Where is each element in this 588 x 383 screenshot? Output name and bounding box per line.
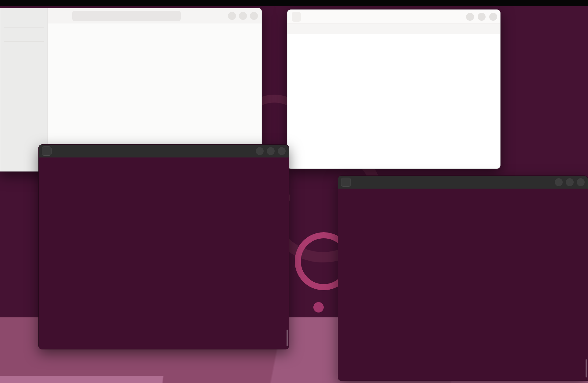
- files-sidebar-header: [0, 8, 48, 23]
- minimize-button[interactable]: [466, 13, 474, 21]
- terminal-headerbar: [338, 176, 588, 189]
- maximize-button[interactable]: [239, 12, 247, 20]
- editor-tab-bar: [287, 24, 500, 34]
- terminal-output: [338, 189, 588, 381]
- hamburger-menu-icon[interactable]: [544, 178, 552, 186]
- editor-window: [287, 9, 501, 169]
- maximize-button[interactable]: [478, 13, 486, 21]
- plus-icon: [5, 46, 9, 51]
- sidebar-item-ubuntu-volume[interactable]: [0, 29, 48, 40]
- desktop: [0, 0, 588, 383]
- wallpaper-dot: [313, 302, 324, 313]
- sidebar-item-other-locations[interactable]: [0, 43, 48, 55]
- list-view-icon[interactable]: [198, 12, 206, 20]
- hamburger-menu-icon[interactable]: [245, 147, 253, 155]
- maximize-button[interactable]: [267, 147, 275, 155]
- location-icon: [76, 13, 81, 18]
- close-button[interactable]: [577, 178, 585, 186]
- new-tab-icon[interactable]: [305, 13, 312, 21]
- editor-headerbar: [287, 10, 500, 24]
- open-button[interactable]: [292, 12, 301, 22]
- minimize-button[interactable]: [228, 12, 236, 20]
- search-icon[interactable]: [3, 12, 11, 20]
- minimize-button[interactable]: [555, 178, 563, 186]
- sidebar-list: [0, 23, 48, 26]
- terminal-headerbar: [39, 145, 289, 157]
- sidebar-separator: [4, 42, 44, 42]
- sidebar-separator: [4, 27, 44, 27]
- forward-button[interactable]: [61, 12, 69, 20]
- top-bar: [0, 0, 588, 6]
- scrollbar-thumb[interactable]: [287, 330, 288, 346]
- hamburger-menu-icon[interactable]: [37, 12, 45, 20]
- close-button[interactable]: [489, 13, 497, 21]
- close-button[interactable]: [278, 147, 286, 155]
- close-button[interactable]: [250, 12, 258, 20]
- breadcrumb[interactable]: [72, 11, 181, 21]
- eject-icon[interactable]: [38, 32, 43, 37]
- search-icon[interactable]: [234, 147, 242, 155]
- search-icon[interactable]: [533, 178, 541, 186]
- files-headerbar: [48, 8, 262, 23]
- hamburger-menu-icon[interactable]: [454, 13, 462, 21]
- gear-icon[interactable]: [443, 13, 451, 21]
- back-button[interactable]: [52, 12, 61, 20]
- chevron-down-icon[interactable]: [211, 12, 219, 20]
- new-tab-icon[interactable]: [341, 178, 351, 187]
- scrollbar-thumb[interactable]: [586, 359, 587, 378]
- editor-content[interactable]: [287, 34, 500, 168]
- terminal-left-window: [38, 144, 289, 349]
- terminal-right-window: [338, 175, 588, 381]
- search-folder-icon[interactable]: [186, 12, 194, 20]
- terminal-output: [39, 157, 289, 349]
- kebab-menu-icon[interactable]: [170, 12, 178, 20]
- minimize-button[interactable]: [256, 147, 264, 155]
- maximize-button[interactable]: [566, 178, 574, 186]
- new-tab-icon[interactable]: [42, 146, 52, 156]
- disc-icon: [5, 32, 9, 37]
